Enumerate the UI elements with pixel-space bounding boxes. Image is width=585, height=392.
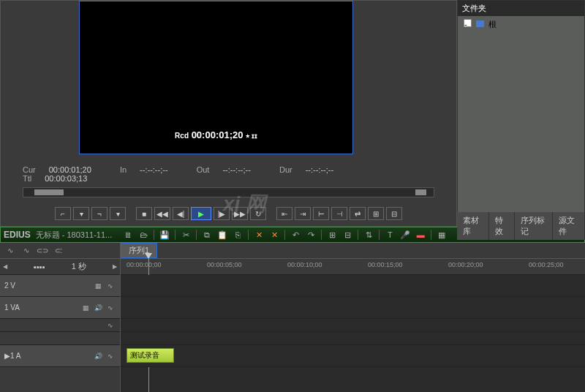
- stop-button[interactable]: ■: [136, 207, 152, 220]
- monitor-button[interactable]: ▬: [414, 229, 427, 241]
- fast-fwd-button[interactable]: ▶▶: [232, 207, 248, 220]
- group-button[interactable]: ⊞: [325, 229, 339, 241]
- scrub-end: [415, 189, 426, 195]
- prev-edit-button[interactable]: ⇤: [276, 207, 292, 220]
- scrub-bar[interactable]: [23, 187, 434, 197]
- ruler-tick: 00:00:15;00: [368, 261, 403, 268]
- scale-up[interactable]: ▶: [113, 263, 117, 270]
- tab-bin[interactable]: 素材库: [457, 212, 489, 240]
- ruler-tick: 00:00:00;00: [127, 261, 162, 268]
- redo-button[interactable]: ↷: [304, 229, 317, 241]
- tab-effects[interactable]: 特效: [489, 212, 515, 240]
- copy-button[interactable]: ⧉: [200, 229, 214, 241]
- insert-button[interactable]: ⊞: [368, 207, 384, 220]
- record-overlay: Rcd 00:00:01;20 ٭ ɪɪ: [80, 129, 352, 140]
- ruler-tick: 00:00:05;00: [207, 261, 242, 268]
- bin-panel: 文件夹 - 根: [457, 0, 585, 227]
- toggle-button[interactable]: ⇅: [362, 229, 375, 241]
- next-frame-button[interactable]: |▶: [214, 207, 230, 220]
- track-header-1va[interactable]: 1 VA ▦ 🔊 ∿: [0, 297, 120, 319]
- scrub-thumb[interactable]: [34, 189, 64, 195]
- lane-spacer: [121, 319, 585, 332]
- scale-indicator: ▪▪▪▪: [34, 263, 45, 271]
- sequence-tabs: 序列1: [121, 243, 585, 259]
- track-header-1a[interactable]: ▶1 A 🔊 ∿: [0, 345, 120, 367]
- next-edit-button[interactable]: ⇥: [295, 207, 311, 220]
- time-ruler[interactable]: 00:00:00;0000:00:05;0000:00:10;0000:00:1…: [121, 259, 585, 275]
- save-button[interactable]: 💾: [158, 229, 171, 241]
- bin-header: 文件夹: [458, 1, 584, 16]
- bin-root-item[interactable]: - 根: [458, 16, 584, 33]
- in-point-button[interactable]: ⊢: [313, 207, 329, 220]
- prev-frame-button[interactable]: ◀|: [173, 207, 189, 220]
- track-spacer: ∿: [0, 319, 120, 332]
- video-icon[interactable]: ▦: [80, 304, 91, 312]
- ripple-delete-button[interactable]: ✕: [252, 229, 265, 241]
- expand-icon[interactable]: -: [464, 19, 472, 27]
- lane-1va[interactable]: [121, 297, 585, 319]
- audio-icon[interactable]: 🔊: [93, 304, 103, 312]
- scale-label: 1 秒: [72, 261, 86, 272]
- track-menu-icon[interactable]: ∿: [105, 304, 116, 312]
- mark-in-menu[interactable]: ▾: [73, 207, 89, 220]
- track-menu-icon[interactable]: ∿: [105, 352, 116, 361]
- transport-bar: ⌐ ▾ ¬ ▾ ■ ◀◀ ◀| ▶ |▶ ▶▶ ↻ ⇤ ⇥ ⊢ ⊣ ⇄ ⊞ ⊟: [1, 207, 456, 220]
- lane-1a[interactable]: 测试录音: [121, 345, 585, 367]
- voice-button[interactable]: 🎤: [399, 229, 412, 241]
- play-button[interactable]: ▶: [191, 207, 211, 220]
- link-tool[interactable]: ⊂⊃: [37, 246, 48, 256]
- ripple-button[interactable]: ⇄: [350, 207, 366, 220]
- audio-clip[interactable]: 测试录音: [127, 348, 174, 363]
- track-header-panel: ∿ ∿ ⊂⊃ ⊂: ◀ ▪▪▪▪ 1 秒 ▶ 2 V ▦ ∿ 1 VA ▦ 🔊 …: [0, 243, 121, 392]
- audio-icon[interactable]: 🔊: [93, 352, 103, 361]
- folder-icon: [476, 20, 484, 27]
- tab-markers[interactable]: 序列标记: [515, 212, 554, 240]
- track-spacer2: [0, 332, 120, 345]
- magnet-tool[interactable]: ⊂:: [53, 246, 64, 256]
- track-menu-icon[interactable]: ∿: [105, 282, 116, 290]
- cut-button[interactable]: ✂: [179, 229, 192, 241]
- paste-button[interactable]: 📋: [216, 229, 229, 241]
- mark-out-button[interactable]: ¬: [91, 207, 107, 220]
- timeline-tools: ∿ ∿ ⊂⊃ ⊂:: [0, 243, 120, 259]
- track-area[interactable]: 序列1 00:00:00;0000:00:05;0000:00:10;0000:…: [121, 243, 585, 392]
- mark-in-button[interactable]: ⌐: [55, 207, 71, 220]
- ruler-tick: 00:00:25;00: [529, 261, 564, 268]
- tool-2[interactable]: ∿: [20, 246, 32, 256]
- paste2-button[interactable]: ⎘: [231, 229, 244, 241]
- lane-2v[interactable]: [121, 275, 585, 297]
- app-title: EDIUS: [4, 230, 31, 240]
- timecode-row: Cur00:00:01;20 In--:--:--;-- Out--:--:--…: [1, 165, 456, 183]
- tool-1[interactable]: ∿: [4, 246, 16, 256]
- title-button[interactable]: T: [383, 229, 396, 241]
- out-point-button[interactable]: ⊣: [331, 207, 347, 220]
- track-header-2v[interactable]: 2 V ▦ ∿: [0, 275, 120, 297]
- timeline: ∿ ∿ ⊂⊃ ⊂: ◀ ▪▪▪▪ 1 秒 ▶ 2 V ▦ ∿ 1 VA ▦ 🔊 …: [0, 243, 585, 392]
- video-viewer[interactable]: Rcd 00:00:01;20 ٭ ɪɪ: [79, 1, 353, 154]
- tab-source[interactable]: 源文件: [553, 212, 585, 240]
- side-tabs: 素材库 特效 序列标记 源文件: [457, 212, 585, 240]
- delete-button[interactable]: ✕: [268, 229, 281, 241]
- project-name: 无标题 - 180311-11...: [36, 230, 113, 241]
- new-button[interactable]: 🗎: [121, 229, 135, 241]
- preview-panel: Rcd 00:00:01;20 ٭ ɪɪ Cur00:00:01;20 In--…: [0, 0, 457, 227]
- track-menu-icon[interactable]: ∿: [105, 321, 116, 330]
- video-icon[interactable]: ▦: [93, 282, 103, 290]
- overwrite-button[interactable]: ⊟: [386, 207, 402, 220]
- loop-button[interactable]: ↻: [250, 207, 266, 220]
- ruler-tick: 00:00:10;00: [287, 261, 322, 268]
- ruler-tick: 00:00:20;00: [448, 261, 483, 268]
- ungroup-button[interactable]: ⊟: [341, 229, 354, 241]
- rewind-button[interactable]: ◀◀: [154, 207, 170, 220]
- scale-down[interactable]: ◀: [3, 263, 7, 270]
- undo-button[interactable]: ↶: [289, 229, 302, 241]
- scale-row: ◀ ▪▪▪▪ 1 秒 ▶: [0, 259, 120, 275]
- open-button[interactable]: 🗁: [137, 229, 150, 241]
- mark-out-menu[interactable]: ▾: [110, 207, 126, 220]
- layout-button[interactable]: ▦: [435, 229, 448, 241]
- lane-spacer2: [121, 332, 585, 345]
